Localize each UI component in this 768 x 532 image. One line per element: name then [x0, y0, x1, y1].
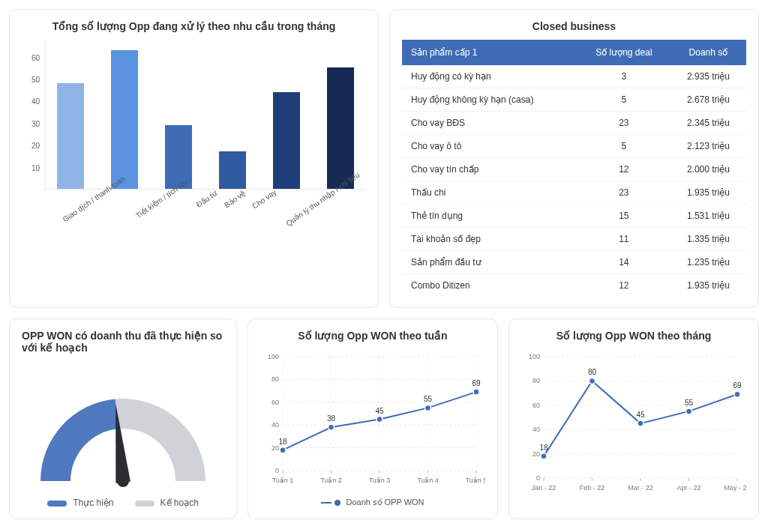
- bar-col: [51, 83, 90, 189]
- svg-point-0: [117, 475, 129, 487]
- cell-deals: 12: [578, 158, 670, 181]
- svg-text:55: 55: [424, 395, 433, 403]
- table-row: Cho vay BĐS232.345 triệu: [402, 112, 746, 135]
- svg-point-60: [541, 453, 547, 459]
- svg-point-62: [590, 378, 596, 384]
- cell-product: Huy động có kỳ hạn: [402, 65, 578, 88]
- bar: [273, 92, 300, 189]
- cell-deals: 3: [578, 65, 670, 88]
- svg-point-34: [425, 405, 431, 411]
- svg-text:55: 55: [685, 399, 694, 407]
- table-row: Sản phẩm đầu tư141.235 triệu: [402, 251, 746, 274]
- svg-point-68: [734, 391, 740, 397]
- svg-text:Tuần 2: Tuần 2: [320, 477, 342, 484]
- cell-deals: 11: [578, 228, 670, 251]
- closed-business-title: Closed business: [402, 20, 746, 32]
- svg-text:80: 80: [272, 375, 279, 383]
- cell-product: Tài khoản số đẹp: [402, 228, 578, 251]
- svg-point-30: [328, 424, 334, 430]
- cell-revenue: 2.345 triệu: [670, 112, 746, 135]
- svg-text:Tuần 5: Tuần 5: [466, 477, 485, 484]
- svg-point-66: [686, 408, 692, 414]
- cell-revenue: 2.935 triệu: [670, 65, 746, 88]
- bar: [111, 50, 138, 189]
- svg-text:0: 0: [275, 467, 279, 474]
- table-row: Cho vay tín chấp122.000 triệu: [402, 158, 746, 181]
- cell-revenue: 1.335 triệu: [670, 228, 746, 251]
- card-won-week: Số lượng Opp WON theo tuần 020406080100T…: [248, 318, 498, 519]
- svg-point-36: [473, 389, 479, 395]
- cell-revenue: 1.935 triệu: [670, 274, 746, 297]
- line-chart-month: 020406080100Jan - 22Feb - 22Mar - 22Apr …: [521, 349, 746, 499]
- bar-chart-title: Tổng số lượng Opp đang xử lý theo nhu cầ…: [22, 20, 366, 32]
- closed-business-table: Sản phẩm cấp 1 Số lượng deal Doanh số Hu…: [402, 40, 746, 297]
- table-row: Thẻ tín dụng151.531 triệu: [402, 205, 746, 228]
- svg-text:100: 100: [529, 353, 540, 360]
- cell-deals: 23: [578, 112, 670, 135]
- table-row: Cho vay ô tô52.123 triệu: [402, 135, 746, 158]
- svg-text:0: 0: [536, 474, 540, 482]
- svg-point-28: [280, 447, 286, 453]
- svg-text:Jan - 22: Jan - 22: [532, 484, 556, 492]
- svg-text:Mar - 22: Mar - 22: [628, 484, 653, 492]
- svg-text:38: 38: [327, 414, 336, 423]
- line-chart-week: 020406080100Tuần 1Tuần 2Tuần 3Tuần 4Tuần…: [260, 349, 485, 492]
- cell-product: Thấu chi: [402, 181, 578, 205]
- svg-text:18: 18: [278, 438, 287, 446]
- cell-revenue: 2.123 triệu: [670, 135, 746, 158]
- line-week-series: Doanh số OPP WON: [346, 498, 424, 507]
- cell-revenue: 2.678 triệu: [670, 88, 746, 112]
- gauge-legend: Thực hiện Kế hoạch: [47, 498, 199, 508]
- svg-text:80: 80: [588, 368, 597, 376]
- bar-col: [267, 92, 306, 189]
- table-row: Tài khoản số đẹp111.335 triệu: [402, 228, 746, 251]
- cell-revenue: 1.531 triệu: [670, 205, 746, 228]
- cell-revenue: 1.235 triệu: [670, 251, 746, 274]
- svg-text:60: 60: [532, 402, 540, 409]
- table-row: Huy động không kỳ hạn (casa)52.678 triệu: [402, 88, 746, 112]
- svg-text:40: 40: [272, 421, 279, 429]
- cell-product: Thẻ tín dụng: [402, 205, 578, 228]
- won-week-title: Số lượng Opp WON theo tuần: [260, 330, 485, 342]
- svg-text:Apr - 22: Apr - 22: [676, 484, 700, 492]
- svg-text:69: 69: [472, 379, 481, 387]
- svg-text:Tuần 3: Tuần 3: [369, 477, 391, 484]
- cell-revenue: 1.935 triệu: [670, 181, 746, 205]
- svg-text:60: 60: [272, 399, 279, 406]
- cell-product: Cho vay BĐS: [402, 112, 578, 135]
- card-gauge: OPP WON có doanh thu đã thực hiện so với…: [9, 318, 237, 519]
- bar-chart: 102030405060 Giao dịch / thanh toánTiết …: [22, 40, 366, 235]
- svg-point-32: [376, 417, 382, 423]
- card-opp-by-need: Tổng số lượng Opp đang xử lý theo nhu cầ…: [9, 9, 379, 308]
- card-won-month: Số lượng Opp WON theo tháng 020406080100…: [508, 318, 759, 519]
- svg-text:May - 22: May - 22: [724, 484, 746, 492]
- legend-actual: Thực hiện: [73, 498, 113, 508]
- cell-product: Sản phẩm đầu tư: [402, 251, 578, 274]
- cell-deals: 12: [578, 274, 670, 297]
- svg-text:69: 69: [733, 381, 742, 390]
- cell-product: Cho vay ô tô: [402, 135, 578, 158]
- svg-text:45: 45: [375, 407, 384, 415]
- svg-text:100: 100: [268, 353, 279, 360]
- gauge-chart: [26, 376, 220, 489]
- cell-product: Huy động không kỳ hạn (casa): [402, 88, 578, 112]
- svg-text:Tuần 4: Tuần 4: [417, 477, 439, 484]
- line-week-legend: Doanh số OPP WON: [260, 498, 485, 507]
- svg-text:45: 45: [636, 411, 645, 419]
- won-month-title: Số lượng Opp WON theo tháng: [521, 330, 746, 342]
- svg-text:40: 40: [532, 426, 540, 433]
- svg-text:Tuần 1: Tuần 1: [272, 477, 294, 484]
- table-row: Combo Ditizen121.935 triệu: [402, 274, 746, 297]
- svg-text:18: 18: [539, 444, 548, 452]
- cell-product: Combo Ditizen: [402, 274, 578, 297]
- cell-deals: 5: [578, 88, 670, 112]
- bar-col: [105, 50, 144, 189]
- table-row: Thấu chi231.935 triệu: [402, 181, 746, 205]
- bar: [57, 83, 84, 189]
- bar-col: [213, 151, 252, 189]
- table-row: Huy động có kỳ hạn32.935 triệu: [402, 65, 746, 88]
- col-deals: Số lượng deal: [578, 40, 670, 65]
- card-closed-business: Closed business Sản phẩm cấp 1 Số lượng …: [389, 9, 759, 308]
- cell-deals: 5: [578, 135, 670, 158]
- col-product: Sản phẩm cấp 1: [402, 40, 578, 65]
